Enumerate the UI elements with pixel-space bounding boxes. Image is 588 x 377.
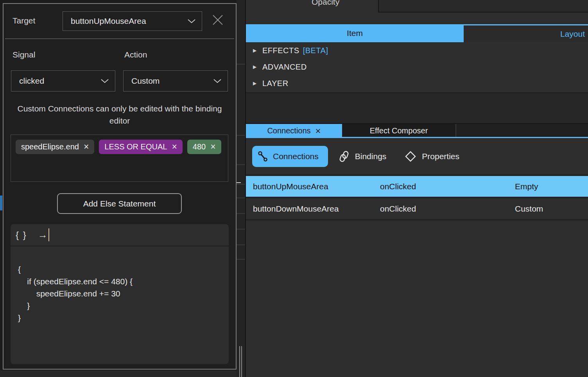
properties-mode-button[interactable]: Properties bbox=[404, 150, 459, 163]
chevron-down-icon bbox=[101, 79, 109, 83]
tab-arrow-icon[interactable]: → bbox=[38, 228, 49, 241]
action-label: Action bbox=[124, 50, 147, 59]
target-label: Target bbox=[13, 16, 35, 25]
add-else-statement-button[interactable]: Add Else Statement bbox=[57, 193, 182, 214]
action-dropdown[interactable]: Custom bbox=[123, 70, 228, 92]
row-target: buttonUpMouseArea bbox=[253, 182, 380, 191]
background-selection-sliver bbox=[0, 196, 2, 210]
section-layer[interactable]: ▶ LAYER bbox=[246, 75, 588, 92]
connections-table: buttonUpMouseArea onClicked Empty button… bbox=[246, 174, 588, 221]
close-icon[interactable] bbox=[211, 13, 224, 27]
section-effects[interactable]: ▶ EFFECTS [BETA] bbox=[246, 42, 588, 59]
scrollbar[interactable] bbox=[241, 346, 242, 377]
opacity-label: Opacity bbox=[312, 0, 339, 7]
condition-token-operator[interactable]: LESS OR EQUAL × bbox=[99, 140, 183, 154]
dock-tab-effect-composer[interactable]: Effect Composer bbox=[342, 124, 456, 138]
connections-mode-button[interactable]: Connections bbox=[252, 146, 328, 167]
opacity-input[interactable] bbox=[378, 0, 588, 13]
divider bbox=[5, 38, 234, 39]
chevron-right-icon: ▶ bbox=[253, 48, 262, 53]
timeline-highlight bbox=[237, 182, 241, 183]
chevron-down-icon bbox=[213, 79, 221, 83]
diamond-icon bbox=[404, 150, 417, 163]
code-editor[interactable]: { } → { if (speedElipse.end <= 480) { sp… bbox=[11, 224, 229, 364]
dock-tab-bar: Connections × Effect Composer bbox=[246, 123, 588, 138]
properties-tab-bar: Item Layout bbox=[246, 24, 588, 42]
scrollbar[interactable] bbox=[239, 346, 240, 377]
chevron-right-icon: ▶ bbox=[253, 81, 262, 86]
target-dropdown[interactable]: buttonUpMouseArea bbox=[63, 11, 202, 31]
close-icon[interactable]: × bbox=[172, 142, 177, 151]
custom-connection-notice: Custom Connections can only be edited wi… bbox=[7, 102, 232, 127]
tab-layout[interactable]: Layout bbox=[464, 24, 588, 42]
table-row-buttonUpMouseArea[interactable]: buttonUpMouseArea onClicked Empty bbox=[246, 176, 588, 197]
connections-toolbar: Connections Bindings Properties bbox=[246, 138, 588, 174]
property-sections: ▶ EFFECTS [BETA] ▶ ADVANCED ▶ LAYER bbox=[246, 42, 588, 92]
condition-tokens-box: speedElipse.end × LESS OR EQUAL × 480 × bbox=[11, 135, 228, 182]
close-icon[interactable]: × bbox=[84, 142, 89, 151]
chain-link-icon bbox=[338, 150, 350, 163]
tab-item[interactable]: Item bbox=[246, 24, 464, 42]
section-advanced[interactable]: ▶ ADVANCED bbox=[246, 59, 588, 75]
chevron-right-icon: ▶ bbox=[253, 64, 262, 70]
background-panel-edge bbox=[237, 0, 245, 377]
condition-token-property[interactable]: speedElipse.end × bbox=[16, 140, 94, 154]
braces-icon[interactable]: { } bbox=[16, 230, 27, 241]
connection-editor-dialog: Target buttonUpMouseArea Signal Action c… bbox=[3, 3, 237, 370]
row-action: Empty bbox=[515, 182, 588, 191]
chevron-down-icon bbox=[188, 19, 195, 23]
row-target: buttonDownMouseArea bbox=[253, 204, 380, 214]
signal-label: Signal bbox=[13, 50, 35, 59]
signal-dropdown[interactable]: clicked bbox=[11, 70, 115, 92]
close-icon[interactable]: × bbox=[210, 142, 215, 151]
background-panel-bottom bbox=[0, 370, 237, 377]
panel-spacer bbox=[246, 92, 588, 123]
bindings-mode-button[interactable]: Bindings bbox=[338, 150, 387, 163]
text-caret bbox=[48, 228, 49, 241]
row-signal: onClicked bbox=[380, 182, 515, 191]
condition-token-literal[interactable]: 480 × bbox=[187, 140, 221, 154]
right-panel: Opacity Item Layout ▶ EFFECTS [BETA] ▶ A… bbox=[245, 0, 588, 377]
close-icon[interactable]: × bbox=[316, 126, 321, 136]
properties-header: Opacity bbox=[246, 0, 588, 24]
dock-tab-connections[interactable]: Connections × bbox=[246, 124, 342, 138]
row-signal: onClicked bbox=[380, 204, 515, 214]
connection-link-icon bbox=[258, 151, 268, 162]
table-row-buttonDownMouseArea[interactable]: buttonDownMouseArea onClicked Custom bbox=[246, 198, 588, 219]
beta-badge: [BETA] bbox=[303, 46, 328, 55]
code-text[interactable]: { if (speedElipse.end <= 480) { speedEli… bbox=[11, 246, 229, 324]
row-action: Custom bbox=[515, 204, 588, 214]
code-editor-toolbar: { } → bbox=[11, 224, 229, 246]
